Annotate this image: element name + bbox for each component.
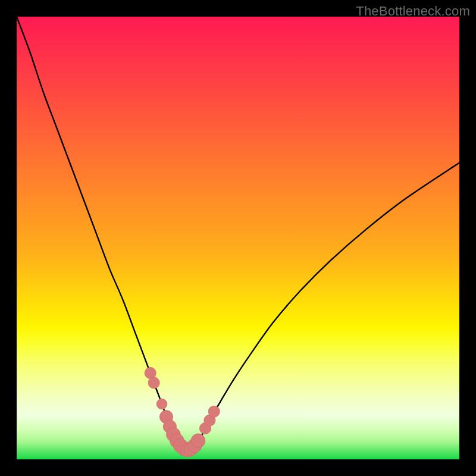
curve-marker [191,434,205,448]
curve-markers [145,367,220,457]
outer-frame: TheBottleneck.com [0,0,476,476]
curve-layer [17,17,459,459]
curve-marker [208,406,220,417]
watermark-text: TheBottleneck.com [356,4,470,19]
curve-marker [148,377,159,389]
bottleneck-curve [17,17,459,450]
curve-marker [156,399,167,409]
